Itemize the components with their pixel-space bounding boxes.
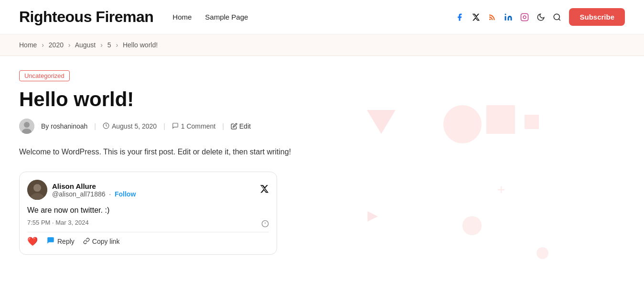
svg-line-5 [559,19,560,20]
tweet-name-handle: Alison Allure @alison_all71886 · Follow [52,182,136,198]
tweet-avatar [27,180,47,200]
svg-point-0 [489,18,491,20]
tweet-reply-label: Reply [57,238,75,245]
meta-date: August 5, 2020 [103,122,157,131]
x-twitter-icon[interactable] [472,13,480,22]
nav-home[interactable]: Home [172,13,192,21]
tweet-username: Alison Allure [52,182,136,190]
meta-comments: 1 Comment [172,122,215,131]
breadcrumb-5[interactable]: 5 [107,41,111,49]
site-title: Righteous Fireman [19,8,153,26]
post-body: Welcome to WordPress. This is your first… [19,145,334,158]
svg-point-4 [554,14,560,20]
nav-sample-page[interactable]: Sample Page [205,13,248,21]
header-left: Righteous Fireman Home Sample Page [19,8,248,26]
meta-comments-text: 1 Comment [181,122,215,130]
tweet-copy-link-button[interactable]: Copy link [83,238,120,246]
svg-point-1 [505,13,506,15]
tweet-reply-button[interactable]: Reply [46,236,75,247]
main-content: Uncategorized Hello world! By roshaninoa… [19,56,334,255]
tweet-follow-button[interactable]: Follow [115,190,136,198]
edit-label: Edit [239,122,251,130]
linkedin-icon[interactable] [504,13,513,22]
breadcrumb-sep1: › [42,41,44,49]
main-nav: Home Sample Page [172,13,248,21]
tweet-x-icon [259,184,269,196]
dark-mode-icon[interactable] [537,13,545,22]
meta-sep1: | [94,122,96,130]
meta-date-text: August 5, 2020 [112,122,157,130]
edit-link[interactable]: Edit [231,122,251,130]
tweet-user-info: Alison Allure @alison_all71886 · Follow [27,180,136,200]
meta-sep2: | [163,122,165,130]
svg-rect-2 [521,13,528,21]
breadcrumb-sep4: › [116,41,118,49]
post-title: Hello world! [19,88,334,111]
breadcrumb-august[interactable]: August [75,41,96,49]
search-icon[interactable] [553,13,561,22]
breadcrumb-sep2: › [68,41,71,49]
rss-icon[interactable] [488,13,496,22]
tweet-info-icon[interactable] [261,220,269,229]
facebook-icon[interactable] [455,13,464,22]
breadcrumb-current: Hello world! [123,41,158,49]
meta-author: By roshaninoah [41,122,87,130]
tweet-copy-label: Copy link [92,238,120,245]
category-tag[interactable]: Uncategorized [19,70,70,81]
avatar [19,119,34,134]
heart-icon: ❤️ [27,236,38,247]
header-right: Subscribe [455,8,625,26]
tweet-handle: @alison_all71886 · Follow [52,190,136,198]
tweet-divider [27,232,269,232]
subscribe-button[interactable]: Subscribe [569,8,625,26]
svg-point-11 [33,184,41,192]
comment-icon [172,122,179,131]
site-header: Righteous Fireman Home Sample Page Subsc… [0,0,644,34]
tweet-header: Alison Allure @alison_all71886 · Follow [27,180,269,200]
breadcrumb-home[interactable]: Home [19,41,37,49]
breadcrumb-sep3: › [100,41,103,49]
post-meta: By roshaninoah | August 5, 2020 | 1 Comm… [19,119,334,134]
tweet-body: We are now on twitter. :) [27,205,269,216]
tweet-embed: Alison Allure @alison_all71886 · Follow … [19,172,277,255]
tweet-actions: ❤️ Reply Copy link [27,236,269,247]
clock-icon [103,122,109,131]
instagram-icon[interactable] [520,13,529,22]
tweet-timestamp: 7:55 PM · Mar 3, 2024 [27,219,269,226]
svg-point-7 [24,122,30,128]
breadcrumb-2020[interactable]: 2020 [49,41,64,49]
reply-bubble-icon [46,236,55,247]
meta-sep3: | [222,122,224,130]
tweet-like-button[interactable]: ❤️ [27,236,38,247]
breadcrumb: Home › 2020 › August › 5 › Hello world! [0,34,644,56]
copy-link-icon [83,238,90,246]
